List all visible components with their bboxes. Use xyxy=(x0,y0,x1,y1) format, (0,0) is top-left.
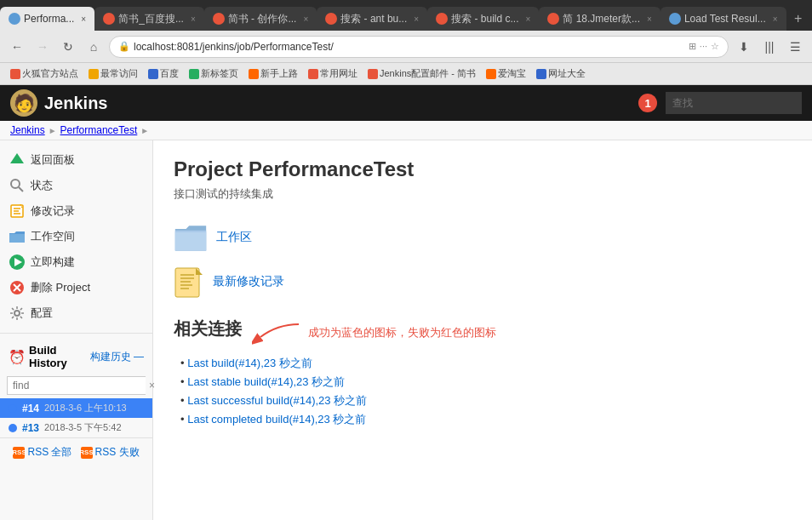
bookmark-label-jenkins-mail: Jenkins配置邮件 - 简书 xyxy=(380,67,476,80)
build-item-13[interactable]: #13 2018-3-5 下午5:42 xyxy=(0,418,152,437)
breadcrumb-project[interactable]: PerformanceTest xyxy=(60,124,138,136)
home-button[interactable]: ⌂ xyxy=(83,37,104,57)
sidebar-item-delete[interactable]: 删除 Project xyxy=(0,275,152,300)
find-input[interactable] xyxy=(8,377,146,394)
sidebar-item-build-now[interactable]: 立即构建 xyxy=(0,249,152,275)
bookmark-label-newtab: 新标签页 xyxy=(201,67,238,80)
sidebar-item-status[interactable]: 状态 xyxy=(0,173,152,198)
project-links: 工作区 xyxy=(174,222,792,297)
rss-all-link[interactable]: RSS RSS 全部 xyxy=(13,445,71,460)
workspace-link[interactable]: 工作区 xyxy=(216,230,252,245)
workspace-folder-icon xyxy=(174,222,208,253)
tab-favicon-2 xyxy=(103,13,115,25)
bookmark-newbie[interactable]: 新手上路 xyxy=(245,66,301,81)
svg-rect-14 xyxy=(175,268,199,297)
changes-link[interactable]: 最新修改记录 xyxy=(213,274,284,289)
build-history-link[interactable]: 构建历史 — xyxy=(90,350,144,364)
tab-close-7[interactable]: × xyxy=(773,14,778,24)
breadcrumb-sep-2: ► xyxy=(140,126,149,135)
sidebar-label-delete: 删除 Project xyxy=(31,280,90,295)
bookmarks-bar: 火狐官方站点 最常访问 百度 新标签页 新手上路 常用网址 Jenkins配置邮… xyxy=(0,63,812,85)
bookmark-nav[interactable]: 网址大全 xyxy=(533,66,589,81)
sidebar-item-workspace[interactable]: 工作空间 xyxy=(0,224,152,249)
jenkins-logo-image: 🧑 xyxy=(10,89,37,117)
status-icon xyxy=(9,177,26,194)
tab-active[interactable]: Performa... × xyxy=(0,7,94,31)
bookmark-jenkins-mail[interactable]: Jenkins配置邮件 - 简书 xyxy=(364,66,479,81)
bookmark-frequent[interactable]: 最常访问 xyxy=(85,66,141,81)
build-history-label: Build History xyxy=(29,344,87,369)
tab-close-4[interactable]: × xyxy=(414,14,419,24)
tab-bar: Performa... × 简书_百度搜... × 简书 - 创作你... × … xyxy=(0,0,812,31)
bookmark-newtab[interactable]: 新标签页 xyxy=(186,66,242,81)
tab-favicon-5 xyxy=(436,13,448,25)
last-successful-link[interactable]: Last successful build(#14),23 秒之前 xyxy=(187,394,367,407)
menu-button[interactable]: ☰ xyxy=(785,37,805,57)
sidebar: 返回面板 状态 修改记录 工作空间 xyxy=(0,140,153,520)
tab-close-6[interactable]: × xyxy=(647,14,652,24)
url-bar[interactable]: 🔒 localhost:8081/jenkins/job/Performance… xyxy=(109,36,729,58)
last-stable-link[interactable]: Last stable build(#14),23 秒之前 xyxy=(187,375,345,388)
last-completed-link[interactable]: Last completed build(#14),23 秒之前 xyxy=(187,413,366,426)
related-link-item-2: Last stable build(#14),23 秒之前 xyxy=(180,374,792,390)
reload-button[interactable]: ↻ xyxy=(58,37,78,57)
tab-close-2[interactable]: × xyxy=(191,14,196,24)
changes-doc-icon xyxy=(174,266,204,297)
sidebar-item-configure[interactable]: 配置 xyxy=(0,300,152,326)
new-tab-button[interactable]: + xyxy=(786,7,810,31)
rss-fail-icon: RSS xyxy=(81,447,93,459)
rss-fail-link[interactable]: RSS RSS 失败 xyxy=(81,445,140,460)
bookmark-label-baidu: 百度 xyxy=(160,67,179,80)
notification-badge[interactable]: 1 xyxy=(638,94,657,112)
bookmarks-button[interactable]: ||| xyxy=(759,37,780,57)
breadcrumb-jenkins[interactable]: Jenkins xyxy=(10,124,45,136)
bookmark-icon-jenkins-mail xyxy=(368,69,378,79)
sidebar-item-changes[interactable]: 修改记录 xyxy=(0,198,152,224)
bookmark-baidu[interactable]: 百度 xyxy=(145,66,182,81)
download-button[interactable]: ⬇ xyxy=(734,37,754,57)
forward-button[interactable]: → xyxy=(32,37,53,57)
tab-close-btn[interactable]: × xyxy=(81,14,86,24)
bookmark-firefox[interactable]: 火狐官方站点 xyxy=(7,66,82,81)
build-date-14: 2018-3-6 上午10:13 xyxy=(44,402,127,414)
jenkins-mascot-icon: 🧑 xyxy=(14,93,35,113)
tab-3[interactable]: 简书 - 创作你... × xyxy=(204,7,317,31)
tab-close-5[interactable]: × xyxy=(525,14,530,24)
tab-5[interactable]: 搜索 - build c... × xyxy=(427,7,539,31)
build-history-icon: ⏰ xyxy=(9,349,26,365)
bookmark-taobao[interactable]: 爱淘宝 xyxy=(483,66,529,81)
nav-bar: ← → ↻ ⌂ 🔒 localhost:8081/jenkins/job/Per… xyxy=(0,31,812,63)
bookmark-common[interactable]: 常用网址 xyxy=(305,66,361,81)
tab-2[interactable]: 简书_百度搜... × xyxy=(94,7,204,31)
build-item-14[interactable]: #14 2018-3-6 上午10:13 xyxy=(0,398,152,418)
project-desc: 接口测试的持续集成 xyxy=(174,186,792,202)
back-button[interactable]: ← xyxy=(7,37,27,57)
bookmark-icon-baidu xyxy=(148,69,158,79)
bookmark-star[interactable]: ☆ xyxy=(711,41,719,52)
red-arrow-svg xyxy=(252,320,303,346)
build-link-13[interactable]: #13 xyxy=(22,422,39,434)
related-section: 相关连接 成功为蓝色的图标，失败为红色的图标 xyxy=(174,317,792,427)
find-box: × xyxy=(7,376,146,395)
qr-icon: ⊞ xyxy=(689,41,696,52)
last-build-link[interactable]: Last build(#14),23 秒之前 xyxy=(187,357,312,369)
back-panel-icon xyxy=(9,151,26,169)
build-history-section: ⏰ Build History 构建历史 — × #14 2018-3-6 上午… xyxy=(0,333,152,466)
tab-label: Performa... xyxy=(24,13,74,25)
tab-7[interactable]: Load Test Resul... × xyxy=(660,7,786,31)
tab-favicon-3 xyxy=(213,13,225,25)
project-title: Project PerformanceTest xyxy=(174,157,792,181)
sidebar-label-configure: 配置 xyxy=(31,306,53,321)
tab-close-3[interactable]: × xyxy=(303,14,308,24)
configure-icon xyxy=(9,305,26,322)
bookmark-icon-newtab xyxy=(189,69,199,79)
tab-4[interactable]: 搜索 - ant bu... × xyxy=(317,7,427,31)
rss-all-label: RSS 全部 xyxy=(27,445,71,460)
build-dot-14 xyxy=(9,404,17,413)
jenkins-search-input[interactable] xyxy=(666,92,802,114)
build-link-14[interactable]: #14 xyxy=(22,403,39,414)
svg-line-2 xyxy=(19,187,23,191)
url-actions: ⊞ ··· ☆ xyxy=(689,41,719,52)
tab-6[interactable]: 简 18.Jmeter款... × xyxy=(539,7,660,31)
sidebar-item-back[interactable]: 返回面板 xyxy=(0,147,152,173)
